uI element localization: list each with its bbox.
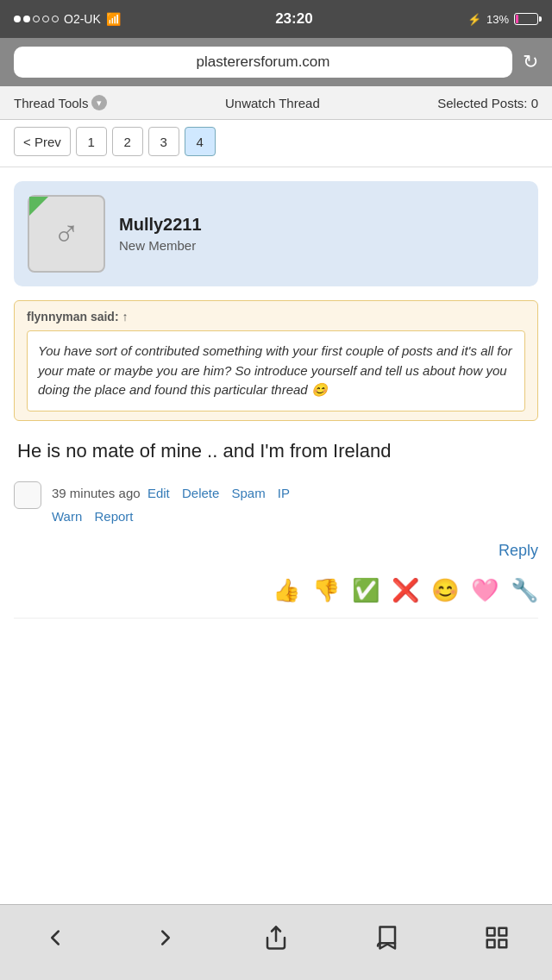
- signal-dot-3: [33, 16, 40, 22]
- page-2-label: 2: [124, 135, 131, 149]
- signal-dot-1: [14, 16, 21, 22]
- reply-label: Reply: [499, 542, 538, 559]
- wifi-icon: 📶: [106, 12, 121, 26]
- status-left: O2-UK 📶: [14, 12, 121, 26]
- dropdown-arrow-icon: ▾: [91, 95, 107, 110]
- share-button[interactable]: [250, 919, 302, 957]
- url-bar[interactable]: plasterersforum.com: [14, 47, 512, 78]
- signal-dot-2: [23, 16, 30, 22]
- signal-dot-5: [52, 16, 59, 22]
- quote-block: flynnyman said: ↑ You have sort of contr…: [14, 300, 538, 421]
- gender-icon: ♂: [53, 213, 80, 254]
- post-content: He is no mate of mine .. and I'm from Ir…: [14, 438, 538, 465]
- bluetooth-icon: ⚡: [467, 13, 481, 26]
- quote-text: You have sort of contributed something w…: [27, 330, 525, 411]
- tabs-button[interactable]: [471, 919, 523, 957]
- status-right: ⚡ 13%: [467, 13, 538, 26]
- action-links: 39 minutes ago Edit Delete Spam IP Warn …: [52, 481, 298, 528]
- ip-link[interactable]: IP: [278, 486, 290, 500]
- browser-bar: plasterersforum.com ↻: [0, 38, 552, 86]
- pagination: < Prev 1 2 3 4: [0, 120, 552, 167]
- thumbs-up-icon[interactable]: 👍: [273, 577, 300, 604]
- online-indicator: [29, 197, 48, 216]
- svg-rect-2: [499, 927, 507, 935]
- reply-button[interactable]: Reply: [499, 542, 538, 560]
- page-3-button[interactable]: 3: [148, 127, 179, 156]
- page-2-button[interactable]: 2: [112, 127, 143, 156]
- avatar: ♂: [28, 195, 105, 273]
- reactions-row: 👍 👎 ✅ ❌ 😊 🩷 🔧: [14, 577, 538, 619]
- user-info: Mully2211 New Member: [119, 215, 202, 253]
- url-text: plasterersforum.com: [197, 53, 330, 71]
- unwatch-label: Unwatch Thread: [225, 96, 320, 110]
- page-4-label: 4: [197, 135, 204, 149]
- prev-page-button[interactable]: < Prev: [14, 127, 71, 156]
- edit-link[interactable]: Edit: [147, 486, 170, 500]
- prev-label: < Prev: [23, 135, 61, 149]
- thumbs-down-icon[interactable]: 👎: [312, 577, 340, 604]
- heart-icon[interactable]: 🩷: [471, 577, 499, 604]
- wrench-icon[interactable]: 🔧: [511, 577, 538, 604]
- username: Mully2211: [119, 215, 202, 235]
- quote-author: flynnyman said: ↑: [27, 310, 525, 324]
- page-4-button[interactable]: 4: [185, 127, 216, 156]
- signal-dot-4: [42, 16, 49, 22]
- warn-link[interactable]: Warn: [52, 509, 82, 524]
- user-role: New Member: [119, 238, 202, 253]
- page-1-button[interactable]: 1: [76, 127, 107, 156]
- svg-rect-4: [499, 939, 507, 947]
- signal-dots: [14, 16, 59, 22]
- thread-tools-label: Thread Tools: [14, 96, 88, 110]
- post-checkbox[interactable]: [14, 481, 41, 509]
- smiley-icon[interactable]: 😊: [431, 577, 459, 604]
- tabs-icon: [484, 925, 510, 951]
- thread-tools-button[interactable]: Thread Tools ▾: [14, 95, 107, 110]
- back-button[interactable]: [29, 919, 81, 957]
- selected-posts-text: Selected Posts:: [437, 96, 527, 110]
- post-actions: 39 minutes ago Edit Delete Spam IP Warn …: [14, 481, 538, 528]
- selected-posts-label: Selected Posts: 0: [437, 96, 538, 110]
- bottom-nav: [0, 904, 552, 980]
- cross-icon[interactable]: ❌: [392, 577, 419, 604]
- bookmarks-icon: [373, 925, 399, 951]
- user-card: ♂ Mully2211 New Member: [14, 181, 538, 286]
- battery-icon: [514, 13, 538, 25]
- carrier-label: O2-UK: [64, 12, 101, 26]
- status-time: 23:20: [275, 10, 312, 28]
- page-3-label: 3: [160, 135, 167, 149]
- page-1-label: 1: [88, 135, 95, 149]
- selected-posts-count: 0: [531, 96, 538, 110]
- report-link[interactable]: Report: [94, 509, 133, 524]
- refresh-button[interactable]: ↻: [523, 53, 538, 72]
- share-icon: [263, 925, 289, 951]
- timestamp: 39 minutes ago: [52, 486, 141, 500]
- spam-link[interactable]: Spam: [231, 486, 265, 500]
- checkmark-icon[interactable]: ✅: [352, 577, 380, 604]
- thread-toolbar: Thread Tools ▾ Unwatch Thread Selected P…: [0, 86, 552, 120]
- forward-icon: [153, 925, 179, 951]
- unwatch-button[interactable]: Unwatch Thread: [225, 96, 320, 110]
- forward-button[interactable]: [140, 919, 191, 957]
- battery-label: 13%: [486, 13, 509, 26]
- svg-rect-3: [487, 939, 495, 947]
- bookmarks-button[interactable]: [361, 919, 412, 957]
- status-bar: O2-UK 📶 23:20 ⚡ 13%: [0, 0, 552, 38]
- post-area: ♂ Mully2211 New Member flynnyman said: ↑…: [0, 167, 552, 632]
- reply-row: Reply: [14, 542, 538, 560]
- back-icon: [42, 925, 68, 951]
- delete-link[interactable]: Delete: [182, 486, 219, 500]
- svg-rect-1: [487, 927, 495, 935]
